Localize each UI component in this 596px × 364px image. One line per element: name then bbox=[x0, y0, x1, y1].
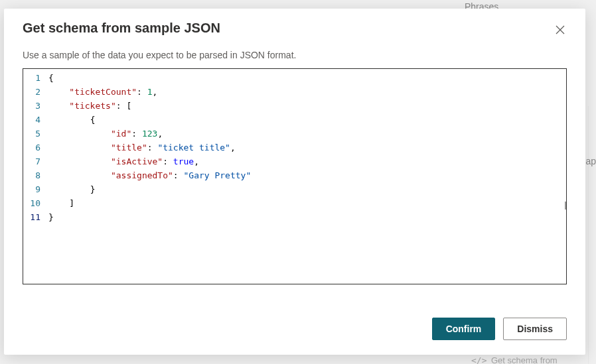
close-button[interactable] bbox=[550, 19, 571, 40]
dialog-title: Get schema from sample JSON bbox=[23, 21, 220, 36]
background-text-ap: ap bbox=[585, 156, 596, 166]
background-code-icon: </> bbox=[471, 355, 486, 364]
close-icon bbox=[556, 25, 565, 34]
background-text-get-schema: Get schema from bbox=[491, 355, 558, 364]
line-number-gutter: 1 2 3 4 5 6 7 8 9 10 11 bbox=[23, 69, 46, 284]
schema-dialog: Get schema from sample JSON Use a sample… bbox=[4, 9, 585, 355]
json-editor[interactable]: 1 2 3 4 5 6 7 8 9 10 11 { "ticketCount":… bbox=[23, 68, 567, 284]
scroll-indicator bbox=[565, 202, 566, 210]
background-divider bbox=[588, 106, 589, 364]
dialog-footer: Confirm Dismiss bbox=[4, 303, 585, 355]
dialog-subtitle: Use a sample of the data you expect to b… bbox=[4, 40, 585, 68]
code-content[interactable]: { "ticketCount": 1, "tickets": [ { "id":… bbox=[46, 69, 566, 284]
dialog-header: Get schema from sample JSON bbox=[4, 9, 585, 40]
confirm-button[interactable]: Confirm bbox=[432, 318, 496, 340]
dismiss-button[interactable]: Dismiss bbox=[503, 318, 567, 340]
